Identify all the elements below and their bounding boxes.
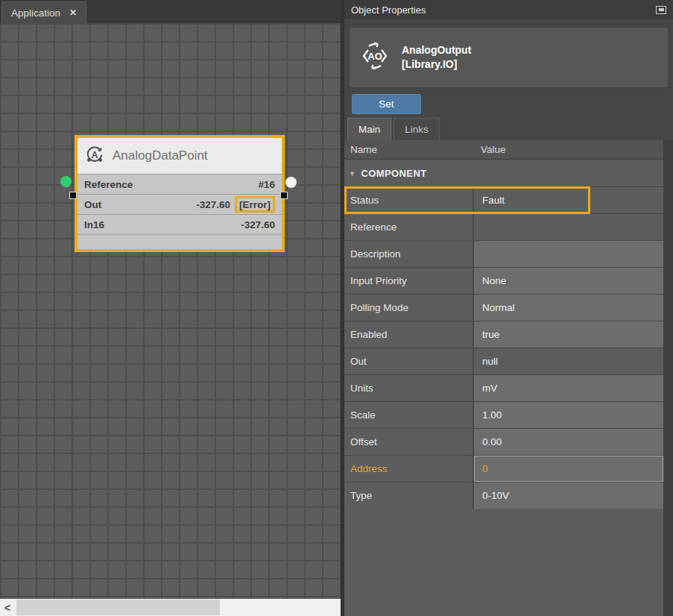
node-row-value: #16 (258, 179, 275, 190)
input-port-dot[interactable] (60, 176, 72, 187)
property-value[interactable]: true (473, 321, 663, 348)
properties-top-section: AO AnalogOutput [Library.IO] Set Main Li… (344, 19, 673, 140)
node-row-value: -327.60 (196, 199, 230, 210)
property-value[interactable]: 0-10V (473, 483, 663, 509)
property-value[interactable]: Normal (473, 295, 663, 321)
scroll-left-arrow-icon[interactable]: < (0, 602, 15, 614)
property-name: Units (344, 375, 473, 401)
property-name: Status (344, 187, 473, 213)
node-row-in16[interactable]: In16 -327.60 (78, 214, 282, 234)
property-value[interactable]: Fault (473, 187, 663, 213)
property-row-reference[interactable]: Reference (344, 213, 663, 240)
property-name: Description (344, 241, 473, 267)
properties-tabs: Main Links (347, 118, 440, 140)
selection-handle-right[interactable] (280, 192, 288, 199)
svg-text:A: A (92, 149, 98, 160)
property-name: Polling Mode (344, 295, 473, 321)
node-row-value: -327.60 (241, 219, 275, 230)
section-component[interactable]: ▾ COMPONENT (344, 160, 663, 186)
property-row-out[interactable]: Out null (344, 348, 663, 374)
property-name: Address (344, 456, 473, 482)
property-row-enabled[interactable]: Enabled true (344, 321, 663, 348)
property-row-offset[interactable]: Offset 0.00 (344, 428, 663, 455)
tab-application-label: Application (11, 7, 60, 19)
properties-table: Name Value ▾ COMPONENT Status Fault Refe… (344, 140, 663, 616)
property-row-type[interactable]: Type 0-10V (344, 482, 663, 509)
property-row-polling-mode[interactable]: Polling Mode Normal (344, 294, 663, 321)
canvas-tabbar: Application ✕ (0, 0, 341, 23)
object-type-name: AnalogOutput (402, 43, 471, 57)
property-value[interactable]: mV (473, 375, 663, 401)
close-icon[interactable]: ✕ (69, 7, 77, 18)
analog-datapoint-node[interactable]: A AnalogDataPoint Reference #16 Out -327… (75, 135, 285, 252)
wiresheet-canvas[interactable]: A AnalogDataPoint Reference #16 Out -327… (0, 23, 341, 599)
canvas-pane: Application ✕ A AnalogData (0, 0, 341, 616)
column-header-value[interactable]: Value (473, 144, 663, 155)
output-port-dot[interactable] (285, 177, 297, 188)
property-name: Type (344, 483, 473, 509)
node-title: AnalogDataPoint (113, 148, 208, 163)
property-row-description[interactable]: Description (344, 240, 663, 267)
property-value[interactable]: 1.00 (473, 402, 663, 428)
property-name: Enabled (344, 321, 473, 348)
properties-titlebar: Object Properties (344, 0, 673, 19)
object-names: AnalogOutput [Library.IO] (402, 43, 471, 72)
analog-output-icon: AO (358, 40, 391, 75)
node-row-empty (78, 234, 282, 249)
node-row-label: Reference (84, 179, 133, 190)
property-name: Reference (344, 214, 473, 240)
node-header[interactable]: A AnalogDataPoint (78, 138, 282, 174)
section-component-label: COMPONENT (361, 168, 426, 179)
property-value[interactable] (473, 214, 663, 240)
property-row-address[interactable]: Address 0 (344, 455, 663, 482)
property-value[interactable]: None (473, 268, 663, 294)
analog-datapoint-icon: A (85, 145, 104, 168)
node-row-label: In16 (84, 219, 104, 230)
horizontal-scrollbar[interactable]: < (0, 599, 341, 616)
table-header-row: Name Value (344, 140, 663, 160)
node-row-out[interactable]: Out -327.60 [Error] (78, 194, 282, 214)
property-name: Input Priority (344, 268, 473, 294)
selection-handle-left[interactable] (69, 192, 77, 199)
svg-text:AO: AO (367, 51, 382, 62)
object-properties-pane: Object Properties AO Analo (344, 0, 673, 616)
collapse-triangle-icon[interactable]: ▾ (350, 169, 354, 177)
node-row-reference[interactable]: Reference #16 (78, 174, 282, 194)
property-row-scale[interactable]: Scale 1.00 (344, 401, 663, 428)
node-row-value-group: -327.60 [Error] (196, 196, 275, 213)
object-summary-card: AO AnalogOutput [Library.IO] (350, 28, 668, 87)
tab-links[interactable]: Links (394, 118, 440, 140)
property-name: Out (344, 348, 473, 374)
property-row-input-priority[interactable]: Input Priority None (344, 267, 663, 294)
set-button[interactable]: Set (352, 94, 421, 114)
scrollbar-thumb[interactable] (16, 600, 220, 615)
dock-window-icon[interactable] (656, 6, 666, 14)
application-window: Application ✕ A AnalogData (0, 0, 673, 616)
property-value[interactable]: 0.00 (473, 429, 663, 455)
property-row-status[interactable]: Status Fault (344, 186, 663, 213)
property-name: Scale (344, 402, 473, 428)
tab-application[interactable]: Application ✕ (1, 1, 86, 23)
error-badge: [Error] (235, 196, 275, 213)
column-header-name[interactable]: Name (344, 144, 473, 155)
property-value[interactable]: 0 (473, 456, 663, 482)
property-value[interactable]: null (473, 348, 663, 374)
node-row-label: Out (84, 199, 101, 210)
property-name: Offset (344, 429, 473, 455)
object-library: [Library.IO] (402, 57, 471, 72)
properties-title: Object Properties (351, 4, 426, 16)
tab-main[interactable]: Main (347, 118, 391, 140)
property-row-units[interactable]: Units mV (344, 374, 663, 401)
property-value[interactable] (473, 241, 663, 267)
